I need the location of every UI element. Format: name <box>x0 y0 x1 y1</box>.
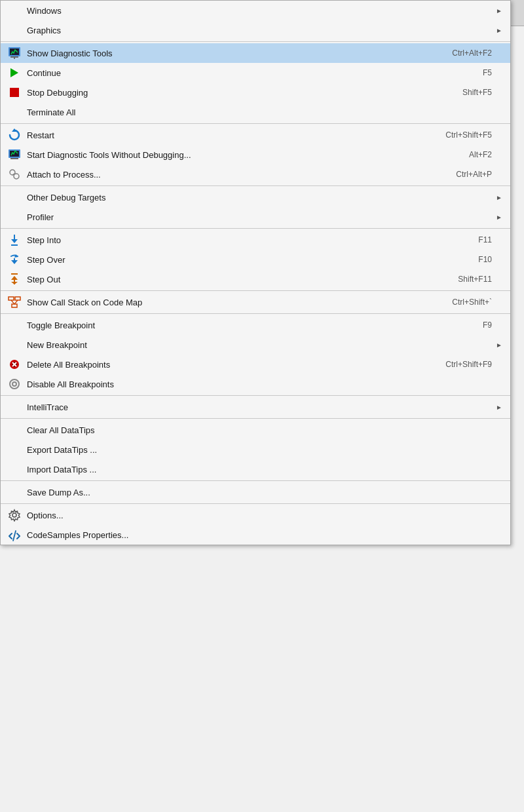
step-out-shortcut: Shift+F11 <box>458 275 505 284</box>
separator-5 <box>1 290 510 291</box>
svg-line-27 <box>14 300 18 304</box>
svg-marker-4 <box>10 68 18 77</box>
toggle-breakpoint-shortcut: F9 <box>483 320 505 330</box>
disable-bp-icon <box>6 377 23 391</box>
menu-item-import-datatips[interactable]: Import DataTips ... <box>1 459 510 479</box>
clear-datatips-label: Clear All DataTips <box>26 425 505 435</box>
disable-breakpoints-label: Disable All Breakpoints <box>26 379 505 389</box>
menu-item-restart[interactable]: Restart Ctrl+Shift+F5 <box>1 125 510 145</box>
separator-6 <box>1 313 510 314</box>
show-callstack-label: Show Call Stack on Code Map <box>26 298 439 307</box>
separator-10 <box>1 503 510 504</box>
menu-item-other-debug-targets[interactable]: Other Debug Targets ► <box>1 187 510 207</box>
continue-icon <box>6 66 23 79</box>
svg-rect-5 <box>10 88 19 97</box>
delete-breakpoints-label: Delete All Breakpoints <box>26 360 432 370</box>
step-over-icon <box>6 253 23 266</box>
menu-item-windows[interactable]: Windows ► <box>1 1 510 20</box>
menu-item-intellitrace[interactable]: IntelliTrace ► <box>1 397 510 417</box>
restart-label: Restart <box>26 130 432 140</box>
svg-rect-25 <box>12 304 17 307</box>
arrow-icon: ► <box>496 194 505 201</box>
menu-item-options[interactable]: Options... <box>1 505 510 525</box>
svg-rect-23 <box>9 297 14 300</box>
separator-7 <box>1 395 510 396</box>
separator-3 <box>1 185 510 186</box>
menu-item-show-diagnostic[interactable]: Show Diagnostic Tools Ctrl+Alt+F2 <box>1 43 510 63</box>
menu-item-terminate-all[interactable]: Terminate All <box>1 102 510 122</box>
codesamples-icon <box>6 528 23 541</box>
diagnostic-icon <box>6 47 23 60</box>
arrow-icon: ► <box>496 7 505 14</box>
attach-process-shortcut: Ctrl+Alt+P <box>456 170 505 179</box>
menu-item-disable-breakpoints[interactable]: Disable All Breakpoints <box>1 374 510 394</box>
separator-2 <box>1 123 510 124</box>
menu-item-attach-process[interactable]: Attach to Process... Ctrl+Alt+P <box>1 164 510 184</box>
menu-item-save-dump[interactable]: Save Dump As... <box>1 482 510 502</box>
menu-item-step-over[interactable]: Step Over F10 <box>1 250 510 269</box>
attach-process-label: Attach to Process... <box>26 170 443 180</box>
svg-point-32 <box>10 379 19 389</box>
delete-bp-icon <box>6 358 23 371</box>
step-into-label: Step Into <box>26 235 465 245</box>
windows-label: Windows <box>26 6 496 16</box>
terminate-all-label: Terminate All <box>26 107 505 117</box>
toggle-breakpoint-label: Toggle Breakpoint <box>26 320 470 330</box>
delete-breakpoints-shortcut: Ctrl+Shift+F9 <box>445 360 505 369</box>
menu-item-start-diagnostic[interactable]: Start Diagnostic Tools Without Debugging… <box>1 145 510 164</box>
menu-item-step-into[interactable]: Step Into F11 <box>1 230 510 250</box>
menu-item-profiler[interactable]: Profiler ► <box>1 207 510 227</box>
graphics-label: Graphics <box>26 26 496 35</box>
menu-item-step-out[interactable]: Step Out Shift+F11 <box>1 269 510 289</box>
svg-rect-2 <box>10 56 18 58</box>
step-over-label: Step Over <box>26 255 465 265</box>
menu-item-show-callstack[interactable]: Show Call Stack on Code Map Ctrl+Shift+` <box>1 292 510 312</box>
start-diagnostic-shortcut: Alt+F2 <box>469 150 505 159</box>
menu-item-codesamples[interactable]: CodeSamples Properties... <box>1 525 510 545</box>
attach-icon <box>6 168 23 181</box>
codesamples-label: CodeSamples Properties... <box>26 530 505 540</box>
svg-rect-9 <box>10 158 18 159</box>
menu-item-graphics[interactable]: Graphics ► <box>1 20 510 40</box>
step-into-shortcut: F11 <box>478 235 505 244</box>
export-datatips-label: Export DataTips ... <box>26 445 505 455</box>
separator-1 <box>1 41 510 42</box>
show-diagnostic-shortcut: Ctrl+Alt+F2 <box>452 48 505 58</box>
step-out-label: Step Out <box>26 275 445 284</box>
stop-debugging-label: Stop Debugging <box>26 88 449 98</box>
menu-item-continue[interactable]: Continue F5 <box>1 63 510 83</box>
arrow-icon: ► <box>496 214 505 221</box>
svg-marker-14 <box>11 239 18 243</box>
options-label: Options... <box>26 511 505 520</box>
menu-item-delete-breakpoints[interactable]: Delete All Breakpoints Ctrl+Shift+F9 <box>1 355 510 374</box>
svg-rect-24 <box>15 297 20 300</box>
svg-point-33 <box>12 382 16 386</box>
svg-marker-20 <box>11 276 18 280</box>
callstack-icon <box>6 296 23 309</box>
start-diagnostic-label: Start Diagnostic Tools Without Debugging… <box>26 150 456 160</box>
save-dump-label: Save Dump As... <box>26 488 505 497</box>
separator-8 <box>1 418 510 419</box>
step-over-shortcut: F10 <box>478 255 505 264</box>
debug-dropdown: Windows ► Graphics ► Show Diagnostic Too… <box>0 0 511 545</box>
step-out-icon <box>6 273 23 286</box>
options-icon <box>6 509 23 522</box>
show-diagnostic-label: Show Diagnostic Tools <box>26 48 439 58</box>
start-diag-icon <box>6 148 23 161</box>
menu-item-new-breakpoint[interactable]: New Breakpoint ► <box>1 335 510 355</box>
menu-item-stop-debugging[interactable]: Stop Debugging Shift+F5 <box>1 83 510 102</box>
stop-debugging-shortcut: Shift+F5 <box>462 88 505 97</box>
svg-marker-18 <box>11 260 18 264</box>
menu-item-export-datatips[interactable]: Export DataTips ... <box>1 440 510 459</box>
continue-label: Continue <box>26 68 470 78</box>
separator-9 <box>1 480 510 481</box>
intellitrace-label: IntelliTrace <box>26 402 496 412</box>
menu-item-clear-datatips[interactable]: Clear All DataTips <box>1 420 510 440</box>
restart-icon <box>6 128 23 142</box>
continue-shortcut: F5 <box>483 68 505 77</box>
show-callstack-shortcut: Ctrl+Shift+` <box>452 298 505 307</box>
menu-item-toggle-breakpoint[interactable]: Toggle Breakpoint F9 <box>1 315 510 335</box>
import-datatips-label: Import DataTips ... <box>26 465 505 474</box>
profiler-label: Profiler <box>26 212 496 222</box>
svg-line-35 <box>13 531 16 541</box>
